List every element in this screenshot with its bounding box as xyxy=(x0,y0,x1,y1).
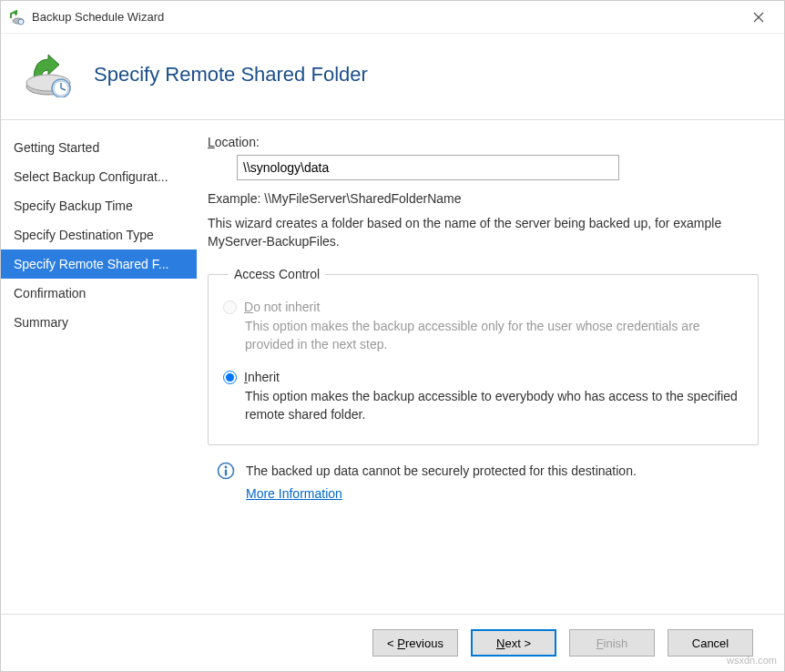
button-bar: < Previous Next > Finish Cancel xyxy=(1,615,784,671)
wizard-header: Specify Remote Shared Folder xyxy=(1,34,784,119)
next-button[interactable]: Next > xyxy=(471,629,556,657)
page-title: Specify Remote Shared Folder xyxy=(94,63,368,87)
wizard-body: Getting Started Select Backup Configurat… xyxy=(1,119,784,615)
watermark: wsxdn.com xyxy=(727,655,777,666)
steps-sidebar: Getting Started Select Backup Configurat… xyxy=(1,120,197,614)
radio-do-not-inherit-label: Do not inherit xyxy=(244,300,320,314)
wizard-header-icon xyxy=(21,52,76,97)
info-icon xyxy=(217,462,235,480)
location-label: Location: xyxy=(208,135,759,149)
sidebar-item-confirmation[interactable]: Confirmation xyxy=(1,279,197,308)
finish-button: Finish xyxy=(569,629,655,657)
sidebar-item-specify-backup-time[interactable]: Specify Backup Time xyxy=(1,191,197,220)
radio-do-not-inherit xyxy=(223,300,237,314)
fieldset-legend: Access Control xyxy=(229,267,325,281)
svg-rect-12 xyxy=(225,469,227,475)
sidebar-item-specify-destination-type[interactable]: Specify Destination Type xyxy=(1,220,197,249)
info-row: The backed up data cannot be securely pr… xyxy=(217,462,759,504)
close-icon xyxy=(753,12,764,23)
access-control-fieldset: Access Control Do not inherit This optio… xyxy=(208,267,759,444)
sidebar-item-select-backup-config[interactable]: Select Backup Configurat... xyxy=(1,162,197,191)
wizard-window: Backup Schedule Wizard Specify Remote Sh… xyxy=(0,0,785,672)
info-text-block: The backed up data cannot be securely pr… xyxy=(246,462,637,504)
info-text: The backed up data cannot be securely pr… xyxy=(246,463,637,478)
location-input[interactable] xyxy=(237,155,619,180)
wizard-description: This wizard creates a folder based on th… xyxy=(208,215,759,250)
svg-point-1 xyxy=(18,19,24,25)
titlebar: Backup Schedule Wizard xyxy=(1,1,784,34)
sidebar-item-getting-started[interactable]: Getting Started xyxy=(1,133,197,162)
app-icon xyxy=(8,9,25,25)
radio-do-not-inherit-row: Do not inherit xyxy=(223,300,743,314)
window-title: Backup Schedule Wizard xyxy=(32,10,740,24)
radio-inherit[interactable] xyxy=(223,371,237,384)
example-text: Example: \\MyFileServer\SharedFolderName xyxy=(208,191,759,206)
radio-inherit-label: Inherit xyxy=(244,370,280,384)
content-pane: Location: Example: \\MyFileServer\Shared… xyxy=(197,120,784,614)
more-information-link[interactable]: More Information xyxy=(246,484,342,504)
sidebar-item-specify-remote-shared-folder[interactable]: Specify Remote Shared F... xyxy=(1,249,197,279)
cancel-button[interactable]: Cancel xyxy=(668,629,753,657)
radio-inherit-row[interactable]: Inherit xyxy=(223,370,743,384)
svg-point-11 xyxy=(225,465,228,468)
radio-do-not-inherit-desc: This option makes the backup accessible … xyxy=(245,318,743,353)
previous-button[interactable]: < Previous xyxy=(372,629,458,657)
sidebar-item-summary[interactable]: Summary xyxy=(1,308,197,337)
radio-inherit-desc: This option makes the backup accessible … xyxy=(245,388,743,423)
close-button[interactable] xyxy=(740,4,777,31)
